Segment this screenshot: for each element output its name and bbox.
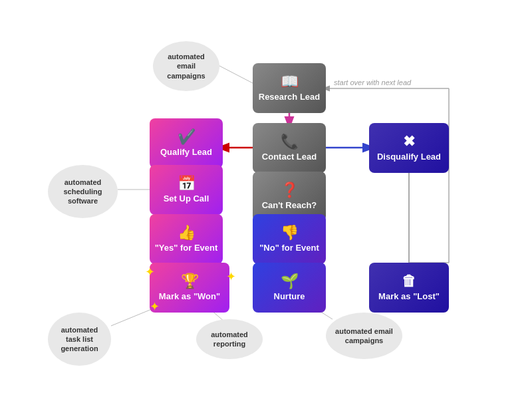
bubble-scheduling: automated scheduling software [48, 165, 118, 218]
trash-icon: 🗑 [402, 274, 416, 289]
bubble-reporting: automated reporting [196, 319, 263, 359]
yes-event-label: "Yes" for Event [155, 243, 218, 253]
svg-line-13 [219, 66, 253, 83]
mark-won-label: Mark as "Won" [159, 291, 220, 301]
book-icon: 📖 [281, 74, 299, 89]
bubble-email-bottom: automated email campaigns [326, 313, 402, 359]
calendar-icon: 📅 [178, 176, 196, 191]
cant-reach-label: Can't Reach? [262, 200, 317, 210]
no-event-label: "No" for Event [259, 243, 319, 253]
question-icon: ❓ [281, 183, 299, 198]
disqualify-lead-node[interactable]: ✖ Disqualify Lead [369, 123, 449, 173]
sparkle-2: ✦ [226, 269, 236, 284]
sparkle-1: ✦ [145, 265, 155, 279]
yes-event-node[interactable]: 👍 "Yes" for Event [150, 214, 223, 264]
set-up-call-node[interactable]: 📅 Set Up Call [150, 165, 223, 215]
diagram-container: start over with next lead 📖 Research Lea… [0, 0, 532, 399]
check-icon: ✔️ [178, 130, 196, 144]
contact-lead-label: Contact Lead [262, 152, 317, 162]
x-circle-icon: ✖ [403, 134, 415, 149]
sparkle-3: ✦ [150, 299, 160, 314]
no-event-node[interactable]: 👎 "No" for Event [253, 214, 326, 264]
start-over-label: start over with next lead [334, 78, 411, 86]
nurture-label: Nurture [274, 291, 305, 301]
bubble-task: automated task list generation [48, 313, 111, 366]
disqualify-lead-label: Disqualify Lead [377, 152, 441, 162]
contact-lead-node[interactable]: 📞 Contact Lead [253, 123, 326, 173]
nurture-node[interactable]: 🌱 Nurture [253, 263, 326, 313]
mark-lost-node[interactable]: 🗑 Mark as "Lost" [369, 263, 449, 313]
phone-icon: 📞 [281, 134, 299, 149]
mark-won-node[interactable]: 🏆 Mark as "Won" [150, 263, 229, 313]
qualify-lead-label: Qualify Lead [160, 147, 212, 157]
trophy-icon: 🏆 [181, 274, 199, 289]
thumbsup-icon: 👍 [178, 225, 196, 240]
sprout-icon: 🌱 [281, 274, 299, 289]
research-lead-node[interactable]: 📖 Research Lead [253, 63, 326, 113]
bubble-email-top: automated email campaigns [153, 41, 219, 91]
qualify-lead-node[interactable]: ✔️ Qualify Lead [150, 118, 223, 168]
research-lead-label: Research Lead [259, 92, 321, 102]
mark-lost-label: Mark as "Lost" [378, 291, 440, 301]
set-up-call-label: Set Up Call [164, 194, 209, 203]
thumbsdown-icon: 👎 [281, 225, 299, 240]
